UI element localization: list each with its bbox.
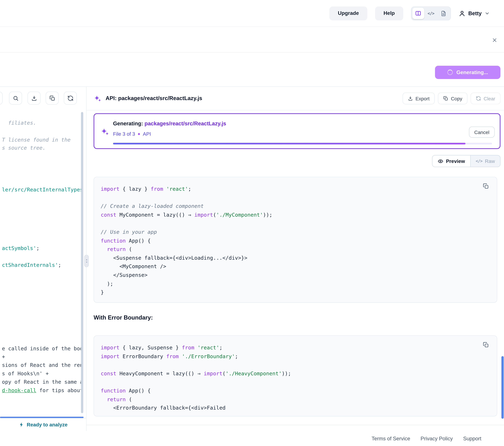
search-icon <box>13 95 19 101</box>
code-icon: </> <box>476 159 482 163</box>
code-content[interactable]: import { lazy } from 'react'; // Create … <box>101 185 478 300</box>
user-name: Betty <box>468 10 482 17</box>
ready-status-label: Ready to analyze <box>27 422 68 428</box>
source-scrollbar-vertical[interactable] <box>81 112 83 413</box>
sparkle-icon <box>101 128 109 136</box>
export-button[interactable]: Export <box>403 93 435 104</box>
topbar-actions: Upgrade Help </> <box>329 6 490 20</box>
search-button[interactable] <box>9 92 22 105</box>
progress-bar-fill <box>113 143 466 144</box>
document-icon <box>440 10 447 17</box>
separator-dot-icon <box>138 133 140 135</box>
generating-status-button[interactable]: Generating... <box>435 66 501 79</box>
raw-tab-label: Raw <box>485 158 495 164</box>
split-view-toggle[interactable] <box>412 8 424 19</box>
toolbar-button-clipped[interactable] <box>0 92 2 105</box>
refresh-button[interactable] <box>64 92 77 105</box>
code-view-toggle[interactable]: </> <box>425 8 437 19</box>
refresh-icon <box>476 96 481 101</box>
main-area: filiates. T license found in thes source… <box>0 86 504 431</box>
code-block-error-boundary: import { lazy, Suspense } from 'react';i… <box>93 336 497 416</box>
upgrade-button[interactable]: Upgrade <box>329 6 367 20</box>
privacy-policy-link[interactable]: Privacy Policy <box>421 436 453 442</box>
view-mode-switcher: </> <box>411 6 451 20</box>
notification-banner <box>0 27 504 53</box>
source-scrollbar-horizontal[interactable] <box>0 417 84 418</box>
footer: Terms of Service Privacy Policy Support <box>0 431 504 446</box>
generating-file-path: packages/react/src/ReactLazy.js <box>144 121 226 126</box>
terms-of-service-link[interactable]: Terms of Service <box>372 436 410 442</box>
topbar: Upgrade Help </> <box>0 0 504 27</box>
user-menu[interactable]: Betty <box>459 10 490 17</box>
api-panel-header: API: packages/react/src/ReactLazy.js Exp… <box>87 87 504 110</box>
chevron-down-icon <box>485 11 490 16</box>
download-icon <box>31 95 37 101</box>
generating-status-label: Generating... <box>456 70 488 75</box>
copy-icon <box>483 183 489 189</box>
eye-icon <box>438 158 443 164</box>
copy-icon <box>483 342 489 348</box>
preview-tab-label: Preview <box>446 158 465 164</box>
copy-button[interactable]: Copy <box>438 93 468 104</box>
sparkle-icon <box>94 95 101 102</box>
split-view-icon <box>415 10 421 17</box>
window-scrollbar[interactable] <box>502 356 504 419</box>
download-icon <box>408 96 413 101</box>
spinner-icon <box>447 70 453 75</box>
api-panel: API: packages/react/src/ReactLazy.js Exp… <box>87 87 504 425</box>
copy-code-button[interactable] <box>483 183 489 191</box>
copy-icon <box>49 95 55 101</box>
copy-icon <box>443 96 448 101</box>
file-kind-label: API <box>143 131 151 137</box>
progress-bar <box>113 143 492 144</box>
generating-meta: File 3 of 3 API <box>113 131 151 137</box>
generating-progress-card: Generating: packages/react/src/ReactLazy… <box>93 113 500 149</box>
close-icon <box>492 37 498 43</box>
user-icon <box>459 10 465 17</box>
panel-resize-handle[interactable] <box>84 255 89 267</box>
preview-tab[interactable]: Preview <box>432 155 470 167</box>
api-panel-body: Generating: packages/react/src/ReactLazy… <box>87 110 504 425</box>
help-button[interactable]: Help <box>375 6 403 20</box>
file-progress-label: File 3 of 3 <box>113 131 135 137</box>
download-button[interactable] <box>28 92 40 105</box>
support-link[interactable]: Support <box>463 436 481 442</box>
code-icon: </> <box>428 11 434 16</box>
generating-label: Generating: <box>113 121 144 126</box>
refresh-icon <box>67 95 73 101</box>
code-content[interactable]: import { lazy, Suspense } from 'react';i… <box>101 344 478 413</box>
api-panel-title: API: packages/react/src/ReactLazy.js <box>106 95 398 102</box>
analyze-status-bar: Ready to analyze <box>0 418 86 431</box>
clear-label: Clear <box>484 96 495 101</box>
api-panel-actions: Export Copy Clear <box>403 93 501 104</box>
copy-source-button[interactable] <box>46 92 58 105</box>
cancel-button[interactable]: Cancel <box>469 126 495 138</box>
status-row: Generating... <box>0 53 504 86</box>
view-toggle: Preview </> Raw <box>432 155 500 167</box>
document-view-toggle[interactable] <box>437 8 450 19</box>
source-code-view[interactable]: filiates. T license found in thes source… <box>0 110 82 417</box>
copy-code-button[interactable] <box>483 342 489 349</box>
lightning-icon <box>19 422 24 428</box>
code-block-lazy-example: import { lazy } from 'react'; // Create … <box>93 177 497 303</box>
export-label: Export <box>415 96 430 101</box>
clear-button[interactable]: Clear <box>471 93 500 104</box>
raw-tab[interactable]: </> Raw <box>470 155 500 167</box>
generating-title: Generating: packages/react/src/ReactLazy… <box>113 121 226 127</box>
banner-close-button[interactable] <box>490 36 499 45</box>
source-panel: filiates. T license found in thes source… <box>0 87 87 431</box>
copy-label: Copy <box>451 96 462 101</box>
app-window: Upgrade Help </> <box>0 0 504 446</box>
section-heading: With Error Boundary: <box>93 314 153 321</box>
